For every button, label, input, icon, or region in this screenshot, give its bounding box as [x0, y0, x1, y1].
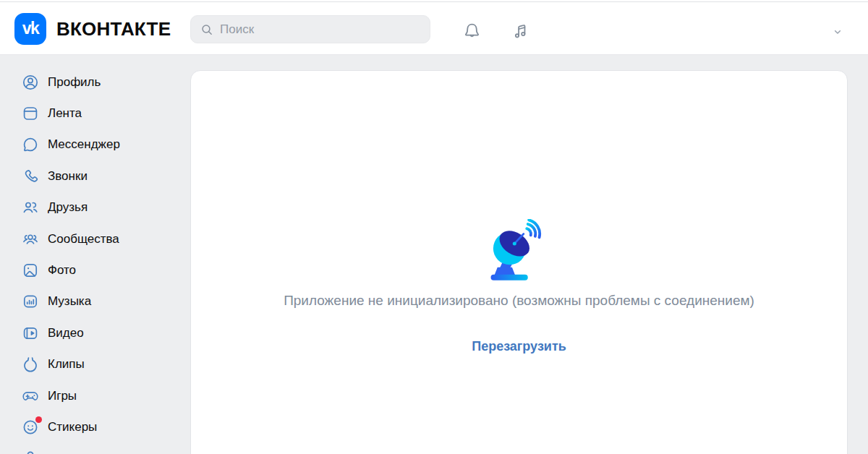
- calls-icon: [22, 168, 39, 185]
- notification-badge: [35, 416, 42, 423]
- sidebar-item-messenger[interactable]: Мессенджер: [0, 129, 190, 160]
- header-menu-chevron[interactable]: [827, 21, 848, 43]
- sidebar-item-video[interactable]: Видео: [0, 317, 190, 348]
- reload-link[interactable]: Перезагрузить: [472, 339, 566, 354]
- sidebar-item-profile[interactable]: Профиль: [0, 67, 190, 98]
- window-top-border: [0, 1, 868, 2]
- sidebar-item-photo[interactable]: Фото: [0, 254, 190, 286]
- sidebar-item-label: Лента: [48, 106, 82, 121]
- clips-icon: [22, 356, 39, 373]
- games-icon: [22, 387, 39, 405]
- sidebar-item-friends[interactable]: Друзья: [0, 192, 190, 223]
- search-input[interactable]: [220, 22, 421, 37]
- error-message: Приложение не инициализировано (возможны…: [284, 293, 754, 309]
- search-box[interactable]: [190, 15, 430, 43]
- sidebar-item-label: Фото: [48, 263, 76, 278]
- sidebar-item-label: Профиль: [48, 75, 101, 90]
- sidebar-item-label: Игры: [48, 389, 77, 403]
- sidebar-item-calls[interactable]: Звонки: [0, 160, 190, 192]
- sidebar-item-games[interactable]: Игры: [0, 380, 190, 411]
- sidebar-item-label: Стикеры: [48, 420, 97, 434]
- sidebar-item-communities[interactable]: Сообщества: [0, 223, 190, 254]
- search-icon: [200, 22, 214, 37]
- music-button[interactable]: [509, 20, 531, 41]
- messenger-icon: [22, 136, 39, 153]
- sidebar-item-bag[interactable]: [0, 443, 190, 454]
- bag-icon: [22, 450, 39, 454]
- vk-logo-glyph: vk: [22, 19, 39, 40]
- sidebar-item-label: Звонки: [48, 169, 88, 184]
- sidebar-item-label: Друзья: [48, 200, 88, 215]
- friends-icon: [22, 199, 39, 216]
- music-note-icon: [511, 21, 530, 40]
- sidebar-item-label: Музыка: [48, 294, 91, 309]
- sidebar-item-feed[interactable]: Лента: [0, 98, 190, 129]
- sidebar-item-label: Видео: [48, 326, 84, 340]
- sidebar-item-clips[interactable]: Клипы: [0, 349, 190, 380]
- profile-icon: [22, 74, 39, 91]
- sidebar-item-label: Мессенджер: [48, 137, 120, 152]
- bell-icon: [462, 21, 482, 40]
- photo-icon: [22, 262, 39, 279]
- notifications-button[interactable]: [461, 20, 482, 41]
- music-icon: [22, 293, 39, 310]
- vk-wordmark: ВКОНТАКТЕ: [56, 18, 171, 40]
- sidebar-item-label: Клипы: [48, 357, 85, 372]
- video-icon: [22, 325, 39, 342]
- sidebar-item-label: Сообщества: [48, 232, 119, 247]
- sidebar-item-stickers[interactable]: Стикеры: [0, 411, 190, 442]
- vk-logo-icon: vk: [14, 13, 46, 45]
- chevron-down-icon: [830, 25, 845, 39]
- left-sidebar: Профиль Лента Мессенджер Звонки Друзья С…: [0, 67, 190, 454]
- sidebar-item-music[interactable]: Музыка: [0, 286, 190, 317]
- communities-icon: [22, 231, 39, 248]
- satellite-dish-illustration: [489, 219, 550, 283]
- content-card: Приложение не инициализировано (возможны…: [190, 70, 848, 454]
- vk-logo-link[interactable]: vk ВКОНТАКТЕ: [14, 13, 171, 45]
- top-header: vk ВКОНТАКТЕ: [0, 0, 868, 55]
- feed-icon: [22, 105, 39, 122]
